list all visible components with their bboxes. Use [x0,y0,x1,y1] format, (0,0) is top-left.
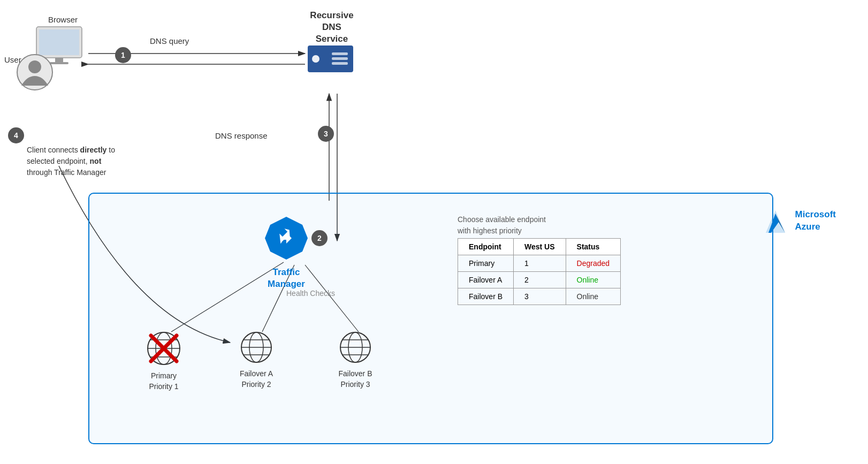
primary-endpoint-icon [144,329,183,368]
table-cell-status-online-green: Online [566,272,621,288]
table-cell-priority: 2 [514,272,566,288]
azure-triangle-icon [760,206,790,235]
dns-service-label: Recursive DNS Service [300,10,364,45]
primary-endpoint: PrimaryPriority 1 [144,329,183,392]
svg-rect-10 [39,29,79,55]
azure-brand: Microsoft Azure [760,206,836,235]
failover-a-endpoint: Failover APriority 2 [238,329,275,390]
table-header-status: Status [566,239,621,255]
table-cell-endpoint: Primary [458,255,514,272]
failover-b-label: Failover BPriority 3 [338,369,372,390]
svg-rect-18 [332,57,348,60]
step-4-circle: 4 [8,127,24,143]
choose-endpoint-text: Choose available endpointwith highest pr… [458,214,546,237]
table-cell-endpoint: Failover A [458,272,514,288]
table-row: Failover A 2 Online [458,272,621,288]
failover-b-icon [337,329,374,366]
table-cell-endpoint: Failover B [458,288,514,305]
step-3-circle: 3 [318,126,334,142]
failover-a-icon [238,329,275,366]
azure-box [88,193,773,444]
user-icon [16,54,54,93]
table-row: Primary 1 Degraded [458,255,621,272]
failover-b-endpoint: Failover BPriority 3 [337,329,374,390]
dns-response-label: DNS response [215,131,268,140]
table-cell-priority: 3 [514,288,566,305]
traffic-manager-icon [262,214,310,262]
table-cell-status-online: Online [566,288,621,305]
dns-server-icon [305,43,356,77]
table-cell-priority: 1 [514,255,566,272]
primary-endpoint-label: PrimaryPriority 1 [149,371,178,392]
table-row: Failover B 3 Online [458,288,621,305]
endpoint-table: Endpoint West US Status Primary 1 Degrad… [458,238,621,305]
table-header-westus: West US [514,239,566,255]
traffic-manager-label: TrafficManager [262,267,310,290]
user-label: User [4,55,21,64]
dns-query-label: DNS query [150,36,189,45]
svg-rect-17 [332,52,348,55]
health-checks-label: Health Checks [286,289,335,298]
svg-point-14 [28,60,41,73]
client-connects-text: Client connects directly to selected end… [27,144,128,178]
diagram-container: Browser User DNS query 1 Recursive DNS S… [0,0,868,464]
table-header-endpoint: Endpoint [458,239,514,255]
table-cell-status-degraded: Degraded [566,255,621,272]
traffic-manager-section: TrafficManager [262,214,310,290]
browser-label: Browser [48,15,78,24]
step-2-circle: 2 [311,230,328,246]
svg-rect-19 [332,62,348,65]
step-1-circle: 1 [115,47,131,63]
azure-label-text: Microsoft Azure [795,209,836,232]
svg-point-16 [312,55,319,63]
failover-a-label: Failover APriority 2 [240,369,273,390]
